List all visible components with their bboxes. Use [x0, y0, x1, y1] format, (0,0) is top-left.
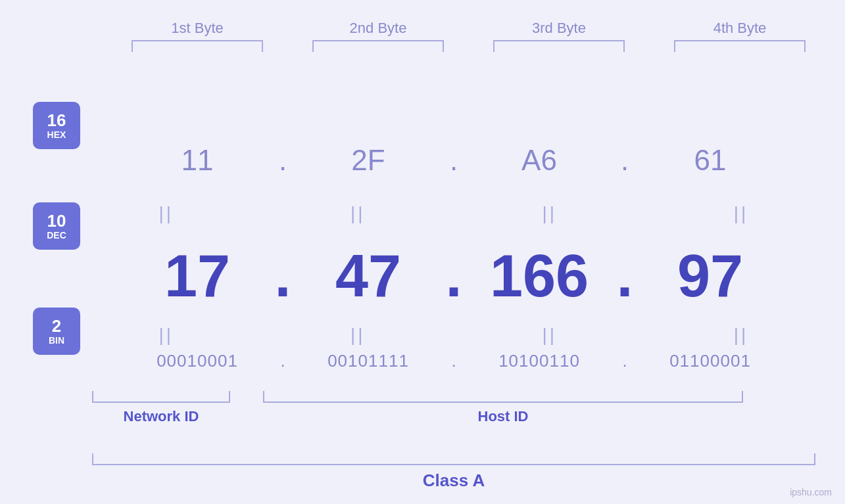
dec-values-row: 17 . 47 . 166 . 97: [92, 242, 815, 310]
host-id-section: Host ID: [263, 391, 743, 425]
dec-value-2: 47: [299, 242, 437, 310]
hex-dot-1: .: [266, 144, 299, 177]
host-id-bracket: [263, 391, 743, 403]
equals-row-top: || || || ||: [92, 203, 815, 224]
top-bracket-2: [312, 40, 444, 52]
dec-dot-3: .: [608, 242, 641, 310]
equals-3-mid: ||: [481, 325, 619, 346]
hex-dot-2: .: [437, 144, 470, 177]
bin-dot-1: .: [266, 351, 299, 371]
top-bracket-4: [674, 40, 806, 52]
hex-value-4: 61: [641, 144, 779, 177]
network-id-label: Network ID: [124, 408, 199, 425]
equals-2-mid: ||: [289, 325, 427, 346]
equals-4-top: ||: [672, 203, 810, 224]
top-bracket-3: [493, 40, 625, 52]
top-bracket-1: [132, 40, 263, 52]
network-id-bracket: [92, 391, 230, 403]
bin-dot-2: .: [437, 351, 470, 371]
bin-value-2: 00101111: [299, 351, 437, 371]
network-id-section: Network ID: [92, 391, 230, 425]
equals-2-top: ||: [289, 203, 427, 224]
bin-dot-3: .: [608, 351, 641, 371]
class-a-label: Class A: [423, 470, 485, 491]
host-id-label: Host ID: [478, 408, 529, 425]
dec-dot-1: .: [266, 242, 299, 310]
bin-value-1: 00010001: [128, 351, 266, 371]
bin-value-3: 10100110: [470, 351, 608, 371]
main-container: 16 HEX 10 DEC 2 BIN 1st Byte 2nd Byte 3r…: [0, 0, 845, 504]
hex-value-1: 11: [128, 144, 266, 177]
byte-header-4: 4th Byte: [674, 20, 806, 37]
watermark: ipshu.com: [790, 487, 832, 497]
dec-value-1: 17: [128, 242, 266, 310]
class-a-bracket: [92, 453, 815, 465]
top-brackets-row: [107, 40, 831, 52]
hex-value-3: A6: [470, 144, 608, 177]
equals-row-mid: || || || ||: [92, 325, 815, 346]
dec-dot-2: .: [437, 242, 470, 310]
network-host-labels: Network ID Host ID: [92, 391, 815, 425]
equals-1-mid: ||: [97, 325, 235, 346]
dec-value-3: 166: [470, 242, 608, 310]
byte-header-2: 2nd Byte: [312, 20, 444, 37]
equals-1-top: ||: [97, 203, 235, 224]
byte-header-3: 3rd Byte: [493, 20, 625, 37]
hex-values-row: 11 . 2F . A6 . 61: [92, 144, 815, 177]
bin-value-4: 01100001: [641, 351, 779, 371]
equals-3-top: ||: [481, 203, 619, 224]
hex-value-2: 2F: [299, 144, 437, 177]
bin-values-row: 00010001 . 00101111 . 10100110 . 0110000…: [92, 351, 815, 371]
dec-value-4: 97: [641, 242, 779, 310]
equals-4-mid: ||: [672, 325, 810, 346]
byte-header-1: 1st Byte: [132, 20, 263, 37]
class-a-section: Class A: [92, 453, 815, 491]
byte-headers-row: 1st Byte 2nd Byte 3rd Byte 4th Byte: [107, 20, 831, 37]
hex-dot-3: .: [608, 144, 641, 177]
main-content-area: 11 . 2F . A6 . 61 ||: [0, 52, 845, 504]
